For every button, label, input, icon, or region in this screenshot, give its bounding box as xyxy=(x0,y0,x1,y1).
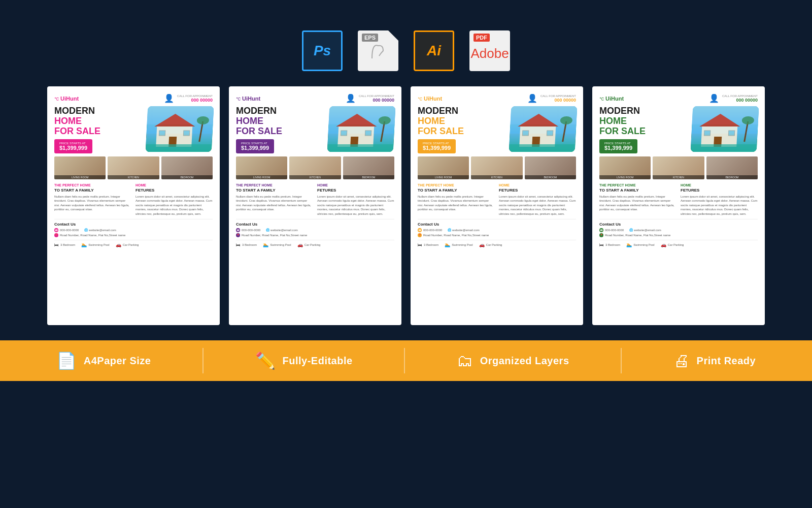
format-eps: EPS xyxy=(358,30,398,71)
contact-address: 📍 Road Number, Road Name, Flat No,Street… xyxy=(418,233,576,237)
footer-item-1: 📄 A4Paper Size xyxy=(56,351,151,370)
contact-address-dot: 📍 xyxy=(236,233,240,237)
page-header xyxy=(0,0,812,25)
bedroom-icon: 🛏 xyxy=(54,242,59,247)
info-heading-2: HOME xyxy=(136,183,213,187)
parking-icon: 🚗 xyxy=(116,242,121,247)
flyer-thumbnails: LIVING ROOM KITCHEN BEDROOM xyxy=(418,156,576,179)
flyer-price-badge: PRICE STARTS AT $1,399,999 xyxy=(54,139,92,153)
house-illustration xyxy=(146,106,214,152)
contact-address-dot: 📍 xyxy=(599,233,603,237)
flyer-header: ℃ UiHunt 👤 CALL FOR APPOINMENT 000 00000 xyxy=(236,93,394,103)
amenity-pool: 🏊 Swimming Pool xyxy=(626,242,654,247)
thumb-bedroom: BEDROOM xyxy=(525,156,576,179)
contact-heading: Contact Us xyxy=(236,222,394,227)
flyer-thumbnails: LIVING ROOM KITCHEN BEDROOM xyxy=(54,156,213,179)
footer-icon-2: ✏️ xyxy=(255,351,276,370)
flyer-contact-section: Contact Us ☎ 000-000-0000 🌐 website@emai… xyxy=(54,222,213,237)
flyer-price-badge: PRICE STARTS AT $1,399,999 xyxy=(236,139,274,153)
flyer-info-section: THE PERFECT HOME TO START A FAMILY Nulla… xyxy=(54,183,213,216)
ps-icon: Ps xyxy=(302,30,343,71)
flyer-info-col-2: HOME FETURES Lorem ipsum dolor sit amet,… xyxy=(317,183,394,216)
flyer-amenities: 🛏 3 Bedroom 🏊 Swimming Pool 🚗 Car Parkin… xyxy=(236,240,394,247)
footer-bar: 📄 A4Paper Size ✏️ Fully-Editable 🗂 Organ… xyxy=(0,340,812,381)
flyer-contact-section: Contact Us ☎ 000-000-0000 🌐 website@emai… xyxy=(418,222,576,237)
flyer-title-home: HOME xyxy=(599,116,688,126)
eps-svg xyxy=(368,41,388,61)
flyer-house-image xyxy=(327,106,396,152)
flyer-info-section: THE PERFECT HOME TO START A FAMILY Nulla… xyxy=(599,183,758,216)
contact-phone: ☎ 000-000-0000 🌐 website@email.com xyxy=(418,228,576,232)
amenity-parking: 🚗 Car Parking xyxy=(116,242,139,247)
contact-details: ☎ 000-000-0000 🌐 website@email.com 📍 Roa… xyxy=(54,228,213,237)
flyer-contact-top: 👤 CALL FOR APPOINMENT 000 00000 xyxy=(527,93,576,103)
svg-rect-23 xyxy=(547,131,553,136)
info-heading-1: THE PERFECT HOME xyxy=(418,183,495,187)
flyer-title-forsale: FOR SALE xyxy=(236,126,324,137)
info-heading-2: HOME xyxy=(499,183,576,187)
amenity-parking: 🚗 Car Parking xyxy=(479,242,502,247)
house-svg xyxy=(146,106,214,152)
contact-icon: 👤 xyxy=(164,93,174,103)
svg-rect-31 xyxy=(704,131,710,136)
amenity-pool: 🏊 Swimming Pool xyxy=(263,242,291,247)
flyer-amenities: 🛏 3 Bedroom 🏊 Swimming Pool 🚗 Car Parkin… xyxy=(54,240,213,247)
info-subheading-1: TO START A FAMILY xyxy=(54,188,131,193)
amenity-bedroom: 🛏 3 Bedroom xyxy=(599,242,620,247)
contact-phone: ☎ 000-000-0000 🌐 website@email.com xyxy=(54,228,213,232)
flyer-title-block: MODERN HOME FOR SALE PRICE STARTS AT $1,… xyxy=(236,106,324,153)
contact-address: 📍 Road Number, Road Name, Flat No,Street… xyxy=(54,233,213,237)
thumb-living-room: LIVING ROOM xyxy=(599,156,651,179)
info-subheading-1: TO START A FAMILY xyxy=(599,188,676,193)
amenity-bedroom: 🛏 3 Bedroom xyxy=(54,242,75,247)
info-subheading-1: TO START A FAMILY xyxy=(236,188,313,193)
flyer-main-content: MODERN HOME FOR SALE PRICE STARTS AT $1,… xyxy=(599,106,758,153)
house-illustration xyxy=(327,106,396,152)
flyer-house-image xyxy=(691,106,759,152)
flyer-card-2: ℃ UiHunt 👤 CALL FOR APPOINMENT 000 00000… xyxy=(229,86,401,325)
info-heading-2: HOME xyxy=(317,183,394,187)
pdf-doc-icon: PDF Adobe xyxy=(469,30,510,71)
flyer-title-home: HOME xyxy=(54,116,143,126)
flyer-title-block: MODERN HOME FOR SALE PRICE STARTS AT $1,… xyxy=(418,106,506,153)
info-heading-1: THE PERFECT HOME xyxy=(54,183,131,187)
flyer-house-image xyxy=(146,106,214,152)
flyer-title-modern: MODERN xyxy=(418,106,506,116)
flyer-contact-top: 👤 CALL FOR APPOINMENT 000 00000 xyxy=(709,93,758,103)
flyer-logo: ℃ UiHunt xyxy=(54,96,79,102)
info-subheading-2: FETURES xyxy=(681,188,758,193)
amenity-parking: 🚗 Car Parking xyxy=(297,242,321,247)
flyer-info-section: THE PERFECT HOME TO START A FAMILY Nulla… xyxy=(418,183,576,216)
house-svg xyxy=(509,106,578,152)
bedroom-icon: 🛏 xyxy=(418,242,422,247)
house-illustration xyxy=(691,106,759,152)
thumb-living-room: LIVING ROOM xyxy=(236,156,287,179)
flyer-card-3: ℃ UiHunt 👤 CALL FOR APPOINMENT 000 00000… xyxy=(411,86,583,325)
flyer-header: ℃ UiHunt 👤 CALL FOR APPOINMENT 000 00000 xyxy=(54,93,213,103)
pool-icon: 🏊 xyxy=(445,242,450,247)
flyer-info-col-2: HOME FETURES Lorem ipsum dolor sit amet,… xyxy=(136,183,213,216)
flyer-title-modern: MODERN xyxy=(599,106,688,116)
flyer-card-1: ℃ UiHunt 👤 CALL FOR APPOINMENT 000 00000… xyxy=(47,86,220,325)
footer-item-3: 🗂 Organized Layers xyxy=(457,352,569,370)
flyer-info-col-2: HOME FETURES Lorem ipsum dolor sit amet,… xyxy=(499,183,576,216)
flyer-contact-section: Contact Us ☎ 000-000-0000 🌐 website@emai… xyxy=(599,222,758,237)
flyer-title-forsale: FOR SALE xyxy=(54,126,143,137)
info-subheading-2: FETURES xyxy=(136,188,213,193)
flyer-title-forsale: FOR SALE xyxy=(418,126,506,137)
house-illustration xyxy=(509,106,578,152)
flyer-card-4: ℃ UiHunt 👤 CALL FOR APPOINMENT 000 00000… xyxy=(592,86,765,325)
thumb-bedroom: BEDROOM xyxy=(706,156,758,179)
flyer-logo: ℃ UiHunt xyxy=(236,96,260,102)
flyer-amenities: 🛏 3 Bedroom 🏊 Swimming Pool 🚗 Car Parkin… xyxy=(599,240,758,247)
info-body-1: Nullam diam felis eu pede mollis pretium… xyxy=(54,195,131,212)
svg-rect-5 xyxy=(183,131,190,136)
flyer-thumbnails: LIVING ROOM KITCHEN BEDROOM xyxy=(236,156,394,179)
flyer-header: ℃ UiHunt 👤 CALL FOR APPOINMENT 000 00000 xyxy=(418,93,576,103)
amenity-bedroom: 🛏 3 Bedroom xyxy=(236,242,257,247)
svg-rect-32 xyxy=(728,131,735,136)
contact-icon: 👤 xyxy=(346,93,356,103)
contact-heading: Contact Us xyxy=(418,222,576,227)
flyer-thumbnails: LIVING ROOM KITCHEN BEDROOM xyxy=(599,156,758,179)
footer-divider xyxy=(621,348,622,373)
